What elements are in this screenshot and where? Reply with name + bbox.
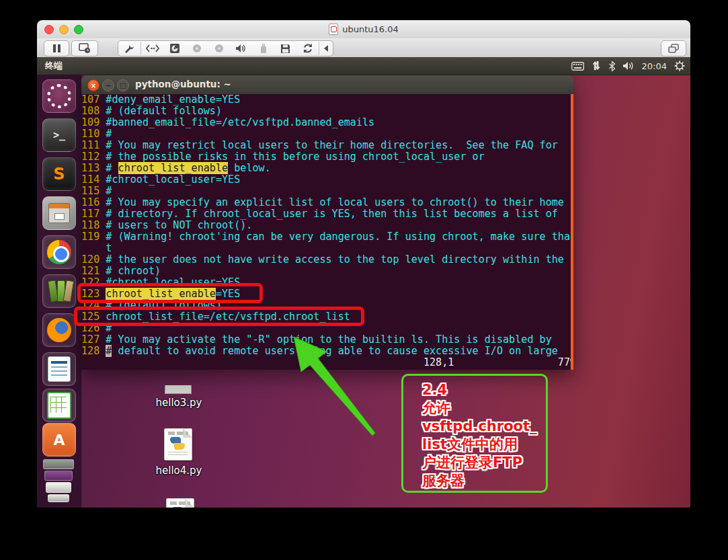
- launcher-item-terminal[interactable]: >_: [42, 118, 76, 152]
- terminal-maximize-button[interactable]: □: [117, 79, 129, 91]
- screen: ubuntu16.04: [0, 0, 728, 560]
- hello4-file-icon[interactable]: [164, 428, 192, 461]
- launcher-item-file-cabinet[interactable]: [42, 196, 76, 230]
- session-gear-icon[interactable]: [674, 61, 685, 71]
- clock[interactable]: 20:04: [642, 61, 667, 71]
- terminal-row: 116 # You may specify an explicit list o…: [81, 197, 573, 208]
- terminal-row: 111 # You may restrict local users to th…: [81, 140, 573, 151]
- ubuntu-logo-icon: [47, 84, 71, 108]
- vm-window: ubuntu16.04: [37, 20, 690, 508]
- vim-editor-content[interactable]: 107 #deny_email_enable=YES108 # (default…: [81, 94, 573, 370]
- sublime-icon: S: [53, 165, 65, 184]
- launcher-item-sublime-text[interactable]: S: [42, 157, 76, 191]
- keyboard-indicator-icon[interactable]: [571, 62, 584, 71]
- terminal-icon: >_: [53, 129, 65, 141]
- annotation-note-box: 2.4允许vsftpd.chroot_list文件中的用户进行登录FTP服务器: [401, 374, 548, 493]
- collapse-arrow-icon: [323, 45, 329, 52]
- network-adapter-button[interactable]: [141, 42, 163, 55]
- cd-drive-2-button[interactable]: [208, 42, 230, 55]
- terminal-row: 128,1 77%: [81, 357, 573, 368]
- hello4-file-label[interactable]: hello4.py: [138, 465, 219, 477]
- launcher-item-firefox[interactable]: [42, 313, 76, 347]
- software-icon: A: [53, 432, 65, 448]
- active-app-name[interactable]: 终端: [45, 60, 63, 72]
- launcher-item-libreoffice-writer[interactable]: [42, 352, 76, 386]
- chrome-icon: [47, 240, 71, 264]
- terminal-row: t: [81, 243, 573, 254]
- terminal-row: 120 # the user does not have write acces…: [81, 254, 573, 266]
- app-layer-icon: [44, 471, 73, 481]
- network-updown-icon[interactable]: [592, 61, 602, 71]
- annotation-note-line: list文件中的用: [422, 436, 546, 454]
- floppy-button[interactable]: [274, 42, 296, 55]
- terminal-row: 117 # directory. If chroot_local_user is…: [81, 208, 573, 220]
- file-text-lines: [170, 502, 190, 505]
- third-file-icon[interactable]: [166, 498, 194, 508]
- launcher-item-libreoffice-calc[interactable]: [42, 389, 76, 422]
- terminal-row: 118 # users to NOT chroot().: [81, 220, 573, 231]
- terminal-row: 119 # (Warning! chroot'ing can be very d…: [81, 231, 573, 243]
- usb-icon: [259, 43, 268, 54]
- snapshot-button[interactable]: [71, 40, 98, 56]
- terminal-row: 127 # You may activate the "-R" option t…: [81, 334, 573, 346]
- terminal-close-button[interactable]: ×: [87, 79, 99, 91]
- pause-button[interactable]: [44, 40, 69, 56]
- gears-icon: [43, 459, 74, 469]
- launcher-item-chrome[interactable]: [42, 235, 76, 269]
- launcher-item-ubuntu-dash[interactable]: [42, 79, 76, 113]
- terminal-row: 108 # (default follows): [81, 106, 573, 117]
- collapse-toolbar-button[interactable]: [319, 42, 333, 55]
- device-toolbar-group: [118, 40, 333, 56]
- file-text-lines: [168, 432, 188, 435]
- floppy-icon: [280, 44, 290, 54]
- writer-icon: [48, 356, 71, 382]
- terminal-minimize-button[interactable]: −: [102, 79, 114, 91]
- sync-button[interactable]: [296, 42, 319, 55]
- terminal-row: 110 #: [81, 128, 573, 140]
- network-icon: [146, 44, 159, 52]
- annotation-note-line: 允许: [422, 399, 546, 417]
- cd-drive-1-button[interactable]: [186, 42, 208, 55]
- usb-button[interactable]: [252, 42, 274, 55]
- hello3-file-label[interactable]: hello3.py: [138, 397, 219, 409]
- terminal-row: 109 #banned_email_file=/etc/vsftpd.banne…: [81, 117, 573, 128]
- sync-icon: [302, 43, 313, 54]
- snapshot-icon: [79, 43, 91, 54]
- annotation-note-line: 2.4: [422, 381, 546, 399]
- ubuntu-menubar: 终端: [37, 57, 690, 75]
- volume-icon[interactable]: [622, 61, 635, 71]
- settings-wrench-button[interactable]: [118, 42, 140, 55]
- ubuntu-desktop: 终端: [37, 57, 690, 508]
- hard-disk-button[interactable]: [163, 42, 186, 55]
- terminal-scrollbar[interactable]: [571, 94, 573, 370]
- windows-mode-button[interactable]: [661, 40, 686, 56]
- paper-icon: [48, 494, 69, 502]
- printer-icon: [46, 482, 71, 493]
- launcher-item-books[interactable]: [42, 274, 76, 308]
- annotation-redbox-line125: [74, 307, 364, 326]
- annotation-note-line: 户进行登录FTP: [422, 454, 546, 472]
- launcher-item-ubuntu-software[interactable]: A: [42, 423, 76, 456]
- window-titlebar: ubuntu16.04: [37, 20, 690, 39]
- python-logo-yellow: [174, 443, 185, 450]
- books-icon: [47, 280, 71, 302]
- terminal-row: 115 #: [81, 186, 573, 197]
- hello3-file-icon[interactable]: [165, 385, 192, 394]
- hard-disk-icon: [169, 43, 180, 54]
- terminal-row: 121 # chroot): [81, 266, 573, 277]
- window-title-text: ubuntu16.04: [342, 24, 399, 34]
- pause-icon: [53, 44, 60, 52]
- terminal-row: 113 # chroot_list_enable below.: [81, 163, 573, 174]
- window-title: ubuntu16.04: [37, 20, 690, 38]
- terminal-titlebar[interactable]: × − □ python@ubuntu: ~: [81, 75, 573, 95]
- python-logo-blue: [172, 507, 183, 508]
- terminal-row: 112 # the possible risks in this before …: [81, 151, 573, 163]
- cd-drive-2-icon: [214, 44, 225, 53]
- vm-document-icon: [329, 24, 338, 35]
- speaker-icon: [235, 44, 247, 53]
- file-cabinet-icon: [48, 203, 70, 223]
- launcher-item-stacked-apps[interactable]: [42, 458, 75, 502]
- sound-button[interactable]: [230, 42, 252, 55]
- terminal-title: python@ubuntu: ~: [135, 79, 231, 89]
- bluetooth-icon[interactable]: [609, 61, 615, 71]
